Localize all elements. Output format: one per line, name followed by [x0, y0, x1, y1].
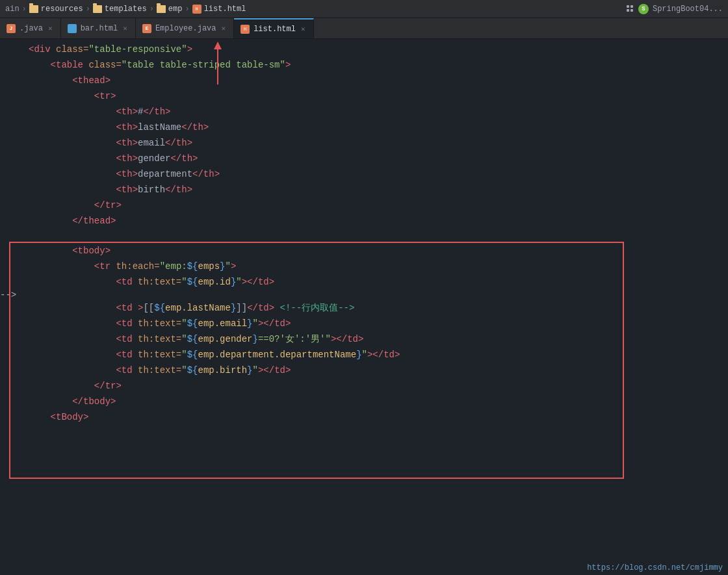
employee-java-icon: E	[142, 24, 151, 33]
code-line-16: <td >[[${emp.lastName}]]</td> <!--行内取值--…	[0, 300, 728, 316]
tab-barhtml-label: bar.html	[81, 24, 118, 33]
tab-listhtml[interactable]: H list.html ✕	[234, 18, 313, 38]
grid-icon	[627, 5, 634, 13]
tab-listhtml-label: list.html	[254, 25, 296, 34]
code-line-2: <table class="table table-striped table-…	[0, 57, 728, 73]
line-content-10: <th>birth</th>	[26, 183, 728, 197]
code-line-18: <td th:text="${emp.gender}==0?'女':'男'"><…	[0, 331, 728, 347]
line-content-14: <tr th:each="emp:${emps}">	[26, 259, 728, 274]
code-line-17: <td th:text="${emp.email}"></td>	[0, 316, 728, 331]
resources-folder-icon	[29, 5, 38, 13]
line-content-13: <tbody>	[26, 244, 728, 258]
breadcrumb-resources: resources	[41, 5, 83, 14]
code-line-15: <td th:text="${emp.id}"></td>	[0, 274, 728, 290]
line-content-21: </tr>	[26, 379, 728, 393]
templates-folder-icon	[93, 5, 102, 13]
line-content-6: <th>lastName</th>	[26, 120, 728, 134]
code-line-11: </tr>	[0, 198, 728, 213]
springboot-label: SpringBoot04...	[653, 5, 723, 14]
emp-folder-icon	[157, 5, 166, 13]
line-content-4: <tr>	[26, 89, 728, 103]
line-content-8: <th>gender</th>	[26, 151, 728, 166]
code-line-12: </thead>	[0, 213, 728, 229]
tab-java1-close[interactable]: ✕	[47, 23, 54, 33]
code-line-6: <th>lastName</th>	[0, 120, 728, 135]
breadcrumb-arrow: ›	[185, 5, 189, 14]
spring-icon: S	[638, 4, 649, 14]
code-line-23: <tBody>	[0, 409, 728, 425]
code-line-3: <thead>	[0, 73, 728, 88]
line-content-18: <td th:text="${emp.gender}==0?'女':'男'"><…	[26, 332, 728, 346]
code-line-9: <th>department</th>	[0, 166, 728, 182]
springboot-badge: S SpringBoot04...	[627, 4, 723, 14]
line-content-22: </tbody>	[26, 394, 728, 409]
line-content-5: <th>#</th>	[26, 105, 728, 119]
tab-employee[interactable]: E Employee.java ✕	[136, 18, 234, 38]
line-content-3: <thead>	[26, 73, 728, 88]
line-content-20: <td th:text="${emp.birth}"></td>	[26, 363, 728, 377]
line-content-9: <th>department</th>	[26, 167, 728, 181]
breadcrumb: ain › resources › templates › emp › H li…	[5, 5, 246, 14]
code-line-5: <th>#</th>	[0, 104, 728, 120]
code-line-21: </tr>	[0, 378, 728, 394]
line-content-12: </thead>	[26, 214, 728, 228]
line-content-23: <tBody>	[26, 410, 728, 424]
breadcrumb-text: ain	[5, 5, 20, 14]
tab-listhtml-close[interactable]: ✕	[300, 24, 307, 34]
line-content-11: </tr>	[26, 198, 728, 212]
code-line-20: <td th:text="${emp.birth}"></td>	[0, 363, 728, 378]
breadcrumb-arrow: ›	[86, 5, 90, 14]
breadcrumb-arrow: ›	[22, 5, 27, 14]
breadcrumb-templates: templates	[105, 5, 147, 14]
bottom-url: https://blog.csdn.net/cmjimmy	[587, 563, 723, 572]
tab-employee-close[interactable]: ✕	[220, 23, 228, 33]
list-html-icon: H	[192, 5, 202, 14]
breadcrumb-arrow: ›	[150, 5, 154, 14]
line-content-1: <div class="table-responsive">	[26, 42, 728, 57]
bar-icon	[68, 24, 77, 33]
breadcrumb-emp: emp	[168, 5, 183, 14]
code-line-13: <tbody>	[0, 243, 728, 259]
code-line-14: <tr th:each="emp:${emps}">	[0, 259, 728, 274]
line-content-16: <td >[[${emp.lastName}]]</td> <!--行内取值--…	[26, 301, 728, 315]
code-line-4: <tr>	[0, 88, 728, 104]
tab-bar: J .java ✕ bar.html ✕ E Employee.java ✕ H…	[0, 18, 728, 39]
code-line-22: </tbody>	[0, 394, 728, 409]
code-line-1: <div class="table-responsive">	[0, 42, 728, 57]
line-content-19: <td th:text="${emp.department.department…	[26, 348, 728, 362]
line-content-7: <th>email</th>	[26, 136, 728, 150]
code-line-7: <th>email</th>	[0, 135, 728, 151]
tab-employee-label: Employee.java	[155, 24, 216, 33]
bottom-url-bar: https://blog.csdn.net/cmjimmy	[582, 561, 728, 575]
listhtml-icon: H	[240, 25, 250, 34]
line-content-17: <td th:text="${emp.email}"></td>	[26, 316, 728, 331]
tab-java1-label: .java	[20, 24, 43, 33]
code-line-10: <th>birth</th>	[0, 182, 728, 198]
breadcrumb-bar: ain › resources › templates › emp › H li…	[0, 0, 728, 18]
line-content-15: <td th:text="${emp.id}"></td>	[26, 275, 728, 289]
line-content-2: <table class="table table-striped table-…	[26, 58, 728, 72]
code-line-19: <td th:text="${emp.department.department…	[0, 347, 728, 363]
tab-bar-html[interactable]: bar.html ✕	[61, 18, 136, 38]
tab-barhtml-close[interactable]: ✕	[122, 23, 129, 33]
java-icon: J	[6, 24, 16, 33]
tab-java1[interactable]: J .java ✕	[0, 18, 61, 38]
code-editor: <div class="table-responsive"> <table cl…	[0, 39, 728, 575]
breadcrumb-listhtml: list.html	[204, 5, 246, 14]
code-line-empty	[0, 229, 728, 243]
code-line-8: <th>gender</th>	[0, 151, 728, 166]
